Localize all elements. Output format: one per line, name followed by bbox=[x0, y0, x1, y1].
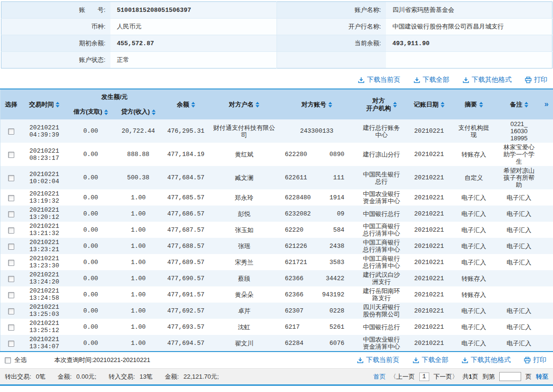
counterparty-account: 622846076 bbox=[279, 335, 355, 352]
select-all-checkbox[interactable] bbox=[5, 357, 11, 363]
counterparty-bank: 建行凉山分行 bbox=[355, 143, 408, 166]
empty-label bbox=[277, 52, 386, 69]
goto-suffix-label: 页 bbox=[525, 372, 532, 381]
account-part: 62220 bbox=[285, 226, 304, 234]
counterparty-bank: 中国工商银行总行清算中心 bbox=[355, 222, 408, 238]
row-select-checkbox[interactable] bbox=[8, 308, 14, 314]
download-all-link[interactable]: 下载全部 bbox=[413, 356, 448, 364]
row-select-checkbox[interactable] bbox=[8, 211, 14, 217]
col-header-remark[interactable]: 备注 bbox=[498, 89, 541, 119]
sort-icon[interactable] bbox=[441, 102, 444, 108]
previous-page-link[interactable]: 〈上一页 bbox=[390, 372, 415, 381]
sort-icon[interactable] bbox=[256, 102, 259, 108]
counterparty-account: 6222800890 bbox=[279, 143, 355, 166]
info-row: 期初余额: 455,572.87 当前余额: 493,911.90 bbox=[1, 35, 553, 52]
account-part: 62366 bbox=[285, 275, 304, 282]
row-select-cell bbox=[0, 143, 22, 166]
balance-amount: 477,684.57 bbox=[162, 166, 210, 189]
balance-amount: 477,692.57 bbox=[162, 303, 210, 319]
account-part: 6217 bbox=[285, 323, 300, 331]
transfer-out-count: 0笔 bbox=[36, 373, 45, 380]
row-select-checkbox[interactable] bbox=[8, 292, 14, 298]
row-select-checkbox[interactable] bbox=[8, 244, 14, 250]
counterparty-name: 卓芹 bbox=[210, 303, 279, 319]
remark: 林家宝爱心助学一个学生 bbox=[498, 143, 541, 166]
col-header-counterparty-account[interactable]: 对方账号 bbox=[279, 89, 355, 119]
download-other-format-link[interactable]: 下载其他格式 bbox=[463, 76, 512, 84]
sort-icon[interactable] bbox=[191, 102, 195, 108]
first-page-link[interactable]: 首页 bbox=[374, 372, 386, 381]
print-link[interactable]: 打印 bbox=[525, 76, 547, 84]
row-select-checkbox[interactable] bbox=[8, 128, 14, 135]
row-expand-cell bbox=[541, 166, 553, 189]
next-page-link[interactable]: 下一页〉 bbox=[434, 372, 458, 381]
remark: 电子汇入 bbox=[498, 238, 541, 254]
account-part: 6076 bbox=[329, 340, 344, 347]
sort-icon[interactable] bbox=[152, 109, 156, 115]
sort-icon[interactable] bbox=[104, 109, 108, 115]
row-select-cell bbox=[0, 254, 22, 270]
counterparty-bank: 中国工商银行总行清算中心 bbox=[355, 238, 408, 254]
sort-icon[interactable] bbox=[393, 102, 397, 108]
book-date: 20210221 bbox=[408, 286, 450, 303]
summary: 转账存入 bbox=[450, 286, 498, 303]
row-select-checkbox[interactable] bbox=[8, 276, 14, 282]
summary: 电子汇入 bbox=[450, 254, 498, 270]
col-header-expand[interactable]: » bbox=[541, 89, 553, 119]
download-icon bbox=[357, 357, 364, 363]
transfer-stats: 转出交易: 0笔 金额: 0.00元; 转入交易: 13笔 金额: 22,121… bbox=[5, 372, 222, 381]
counterparty-account-text: 62175261 bbox=[279, 323, 355, 331]
account-part: 62366 bbox=[285, 291, 304, 298]
account-number-value: 51001815208051506397 bbox=[110, 2, 277, 19]
select-all-control[interactable]: 全选 bbox=[5, 356, 49, 364]
counterparty-bank-text: 中国民生银行总行 bbox=[362, 171, 402, 185]
toolbar-top: 下载当前页 下载全部 下载其他格式 打印 bbox=[0, 69, 553, 88]
counterparty-name-text: 沈虹 bbox=[213, 323, 276, 331]
counterparty-bank-text: 中国工商银行总行清算中心 bbox=[362, 239, 402, 253]
col-header-summary[interactable]: 摘要 bbox=[450, 89, 498, 119]
book-date: 20210221 bbox=[408, 119, 450, 143]
download-current-page-link[interactable]: 下载当前页 bbox=[358, 76, 400, 84]
col-header-debit[interactable]: 借方(支取) bbox=[67, 104, 115, 119]
transaction-time: 20210221 10:02:04 bbox=[22, 166, 67, 189]
book-date: 20210221 bbox=[408, 319, 450, 335]
balance-amount: 477,694.57 bbox=[162, 335, 210, 352]
goto-page-input[interactable] bbox=[499, 372, 521, 381]
goto-page-button[interactable]: 转至 bbox=[536, 372, 548, 381]
account-part: 0890 bbox=[329, 151, 344, 158]
download-current-page-link[interactable]: 下载当前页 bbox=[357, 356, 399, 364]
account-name-value: 四川省索玛慈善基金会 bbox=[386, 2, 553, 19]
sort-icon[interactable] bbox=[479, 102, 483, 108]
sort-icon[interactable] bbox=[524, 102, 528, 108]
download-other-format-link[interactable]: 下载其他格式 bbox=[462, 356, 511, 364]
download-icon bbox=[462, 357, 468, 363]
summary: 自定义 bbox=[450, 166, 498, 189]
amount-label: 金额: bbox=[165, 373, 179, 380]
col-header-counterparty-bank[interactable]: 对方 开户机构 bbox=[355, 89, 408, 119]
row-select-checkbox[interactable] bbox=[8, 195, 14, 201]
balance-amount: 477,688.57 bbox=[162, 238, 210, 254]
col-header-balance[interactable]: 余额 bbox=[162, 89, 210, 119]
row-select-checkbox[interactable] bbox=[8, 260, 14, 266]
counterparty-name-text: 蔡颀 bbox=[213, 275, 276, 282]
sort-icon[interactable] bbox=[328, 102, 332, 108]
col-header-credit[interactable]: 贷方(收入) bbox=[115, 104, 162, 119]
download-all-link[interactable]: 下载全部 bbox=[414, 76, 449, 84]
row-select-checkbox[interactable] bbox=[8, 324, 14, 331]
row-select-cell bbox=[0, 222, 22, 238]
col-header-time[interactable]: 交易时间 bbox=[22, 89, 67, 119]
account-status-label: 账户状态: bbox=[1, 52, 110, 69]
row-select-checkbox[interactable] bbox=[8, 175, 14, 181]
transfer-in-amount: 22,121.70元; bbox=[184, 373, 219, 380]
info-row: 账 号: 51001815208051506397 账户名称: 四川省索玛慈善基… bbox=[1, 2, 553, 19]
row-select-checkbox[interactable] bbox=[8, 152, 14, 158]
row-select-checkbox[interactable] bbox=[8, 227, 14, 234]
col-header-book-date[interactable]: 记账日期 bbox=[408, 89, 450, 119]
remark bbox=[498, 286, 541, 303]
print-link[interactable]: 打印 bbox=[524, 356, 546, 364]
col-header-counterparty-name[interactable]: 对方户名 bbox=[210, 89, 279, 119]
row-select-checkbox[interactable] bbox=[8, 341, 14, 347]
double-chevron-right-icon[interactable]: » bbox=[544, 100, 549, 108]
debit-amount: 0.00 bbox=[67, 143, 115, 166]
sort-icon[interactable] bbox=[56, 102, 59, 108]
